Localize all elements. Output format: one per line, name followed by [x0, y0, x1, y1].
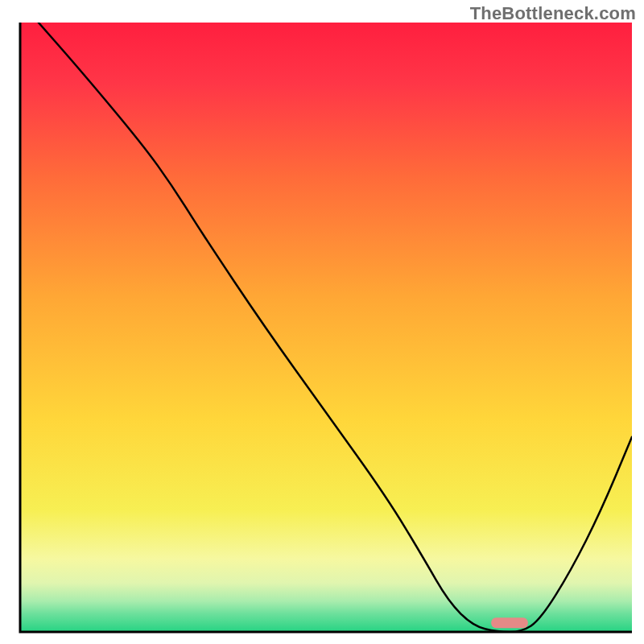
optimal-marker	[491, 617, 528, 628]
bottleneck-chart	[0, 0, 644, 644]
watermark-label: TheBottleneck.com	[470, 3, 636, 24]
plot-background	[20, 23, 632, 632]
chart-container: TheBottleneck.com	[0, 0, 644, 644]
